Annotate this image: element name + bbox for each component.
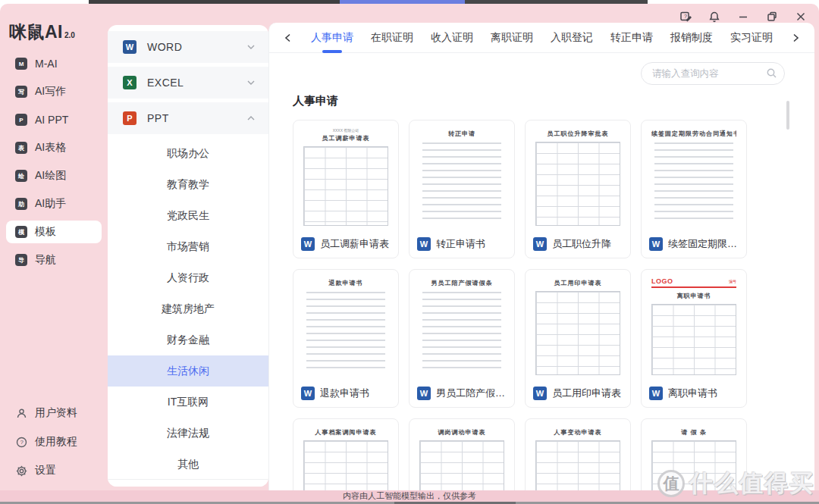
category-item[interactable]: 教育教学	[108, 169, 268, 200]
template-thumbnail: LOGO 编号 离职申请书	[642, 270, 746, 380]
office-section-excel[interactable]: X EXCEL	[108, 67, 268, 99]
template-grid: XXXX 有限公司 员工调薪申请表 W 员工调薪申请表 转正申请 W 转正申请书	[293, 120, 814, 490]
template-thumbnail: 人事变动申请表	[526, 419, 630, 490]
tab-item[interactable]: 报销制度	[669, 28, 714, 48]
template-card[interactable]: 人事变动申请表	[525, 418, 631, 490]
sidebar-item-ai-assistant[interactable]: 助 AI助手	[6, 193, 102, 215]
sidebar-item-label: AI写作	[35, 85, 66, 99]
sidebar-item-label: AI表格	[35, 141, 66, 155]
tabs-scroll-left-icon[interactable]	[281, 31, 295, 45]
sidebar-item-label: AI助手	[35, 197, 66, 211]
card-footer: W 员工用印申请表	[526, 380, 630, 407]
template-thumbnail: 续签固定期限劳动合同通知书	[642, 121, 746, 230]
user-icon	[15, 407, 27, 419]
thumb-title: 男员工陪产假请假条	[419, 279, 504, 287]
category-item[interactable]: 党政民生	[108, 200, 268, 231]
sidebar-item-m-ai[interactable]: M M-AI	[6, 52, 102, 75]
tab-item[interactable]: 实习证明	[729, 28, 774, 48]
thumb-title: 调岗调动申请表	[419, 428, 504, 437]
category-item[interactable]: 生活休闲	[108, 355, 268, 387]
search-input[interactable]	[641, 62, 785, 85]
category-item[interactable]: 人资行政	[108, 262, 268, 293]
sidebar-item-ai-ppt[interactable]: P AI PPT	[6, 108, 102, 131]
thumb-body	[651, 304, 736, 375]
template-card[interactable]: 请 假 条	[641, 418, 747, 490]
tab-item[interactable]: 人事申请	[309, 28, 355, 48]
office-app-icon: P	[123, 111, 136, 125]
word-icon: W	[649, 237, 663, 251]
sidebar-item-navigation[interactable]: 导 导航	[6, 249, 102, 271]
ai-disclaimer-text: 内容由人工智能模型输出，仅供参考	[343, 490, 476, 502]
minimize-icon[interactable]	[736, 10, 749, 23]
svg-text:?: ?	[684, 14, 687, 19]
template-thumbnail: 员工职位升降审批表	[526, 121, 630, 230]
app-window: ? 咪鼠AI 2.0 M M-AI 写 AI写作	[0, 4, 819, 502]
category-item[interactable]: 法律法规	[108, 418, 268, 449]
card-title: 员工用印申请表	[552, 387, 621, 400]
category-item[interactable]: 市场营销	[108, 231, 268, 262]
thumb-title: 转正申请	[419, 130, 504, 138]
office-section-label: WORD	[147, 41, 247, 53]
thumb-title: 退款申请书	[303, 279, 388, 287]
office-section-word[interactable]: W WORD	[108, 31, 268, 63]
bell-icon[interactable]	[708, 10, 720, 23]
sidebar-item-ai-draw[interactable]: 绘 AI绘图	[6, 164, 102, 187]
template-card[interactable]: 退款申请书 W 退款申请书	[293, 269, 399, 408]
category-item[interactable]: 职场办公	[108, 138, 268, 169]
feedback-icon[interactable]: ?	[679, 10, 692, 23]
thumb-title: 员工职位升降审批表	[535, 130, 620, 138]
app-logo: 咪鼠AI 2.0	[0, 4, 108, 44]
template-card[interactable]: 员工职位升降审批表 W 员工职位升降	[525, 120, 631, 258]
template-card[interactable]: 转正申请 W 转正申请书	[409, 120, 515, 258]
thumb-body	[306, 292, 385, 374]
word-icon: W	[649, 387, 663, 400]
tab-item[interactable]: 转正申请	[609, 28, 654, 48]
sidebar-footer-item-user[interactable]: 用户资料	[6, 402, 102, 424]
template-card[interactable]: 续签固定期限劳动合同通知书 W 续签固定期限劳动合同...	[641, 120, 747, 258]
restore-icon[interactable]	[765, 10, 778, 23]
office-sections: W WORD X EXCEL P PPT	[108, 25, 268, 134]
tab-item[interactable]: 收入证明	[429, 28, 475, 48]
template-card[interactable]: 调岗调动申请表	[409, 418, 515, 490]
sidebar-item-icon: 绘	[15, 170, 27, 182]
card-footer: W 男员工陪产假请假条	[410, 380, 514, 407]
category-item[interactable]: 其他	[108, 449, 268, 480]
sidebar-item-ai-sheet[interactable]: 表 AI表格	[6, 136, 102, 159]
template-thumbnail: 请 假 条	[642, 419, 746, 490]
category-list: 职场办公教育教学党政民生市场营销人资行政建筑房地产财务金融生活休闲IT互联网法律…	[108, 138, 268, 480]
sidebar-footer-item-gear[interactable]: 设置	[6, 459, 102, 482]
sidebar-item-icon: 助	[15, 198, 27, 210]
office-section-ppt[interactable]: P PPT	[108, 102, 268, 134]
category-item[interactable]: 财务金融	[108, 324, 268, 355]
thumb-title: 人事档案调阅申请表	[303, 428, 388, 437]
template-card[interactable]: 男员工陪产假请假条 W 男员工陪产假请假条	[409, 269, 515, 408]
sidebar-footer-item-help[interactable]: ? 使用教程	[6, 430, 102, 453]
card-footer: W 退款申请书	[293, 380, 398, 407]
close-icon[interactable]	[794, 10, 807, 23]
category-item[interactable]: 建筑房地产	[108, 293, 268, 324]
sidebar-item-icon: 写	[15, 86, 27, 98]
sidebar-item-templates[interactable]: 模 模板	[6, 221, 102, 243]
template-card[interactable]: XXXX 有限公司 员工调薪申请表 W 员工调薪申请表	[293, 120, 399, 258]
sidebar-footer-label: 使用教程	[35, 435, 77, 449]
office-app-icon: X	[123, 76, 136, 89]
tab-item[interactable]: 入职登记	[549, 28, 595, 48]
search-icon[interactable]	[766, 67, 777, 79]
tabs-scroll-right-icon[interactable]	[789, 31, 802, 45]
template-thumbnail: 转正申请	[410, 121, 514, 230]
titlebar-controls: ?	[679, 10, 807, 23]
page-title: 人事申请	[293, 94, 814, 111]
template-card[interactable]: 员工用印申请表 W 员工用印申请表	[525, 269, 631, 408]
scrollbar[interactable]	[786, 101, 789, 130]
thumb-title: 员工调薪申请表	[303, 134, 388, 142]
tab-item[interactable]: 离职证明	[489, 28, 535, 48]
template-thumbnail: 员工用印申请表	[526, 270, 630, 380]
chevron-icon	[247, 116, 255, 121]
svg-text:?: ?	[20, 439, 24, 446]
tab-item[interactable]: 在职证明	[369, 28, 415, 48]
template-card[interactable]: 人事档案调阅申请表	[293, 418, 399, 490]
thumb-body	[535, 142, 620, 226]
template-card[interactable]: LOGO 编号 离职申请书 W 离职申请书	[641, 269, 747, 408]
category-item[interactable]: IT互联网	[108, 387, 268, 418]
sidebar-item-ai-writing[interactable]: 写 AI写作	[6, 80, 102, 103]
